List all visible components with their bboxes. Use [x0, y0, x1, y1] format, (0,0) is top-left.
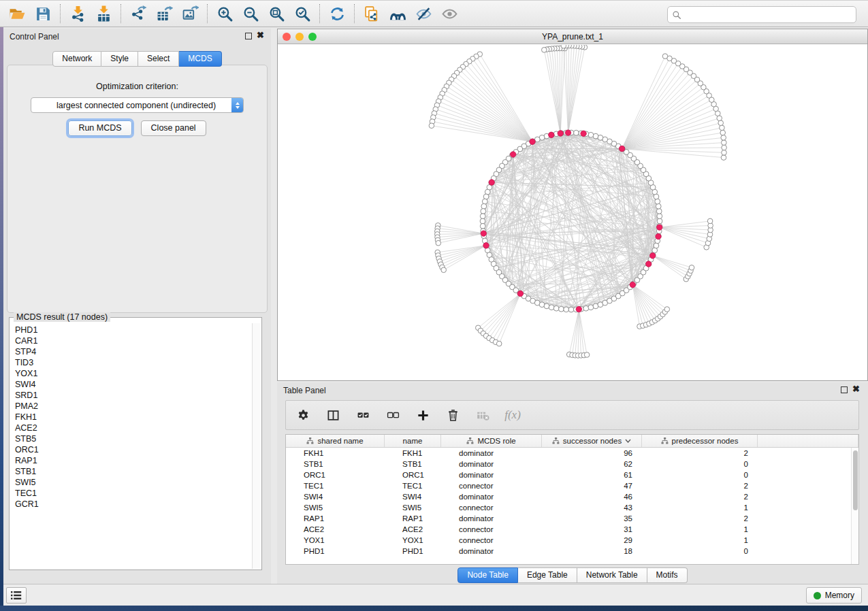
network-window-titlebar[interactable]: YPA_prune.txt_1: [278, 29, 867, 44]
delete-column-button[interactable]: [445, 408, 460, 423]
network-canvas[interactable]: [278, 45, 867, 380]
table-cell-MCDS-role[interactable]: dominator: [441, 459, 542, 469]
table-cell-name[interactable]: PHD1: [385, 546, 441, 557]
table-cell-shared-name[interactable]: RAP1: [286, 513, 385, 524]
refresh-button[interactable]: [324, 3, 350, 24]
node-table-scrollbar[interactable]: [851, 448, 858, 564]
table-cell-name[interactable]: TEC1: [385, 480, 441, 491]
table-cell-shared-name[interactable]: SWI5: [286, 502, 385, 513]
table-cell-shared-name[interactable]: TEC1: [286, 480, 385, 491]
zoom-selected-button[interactable]: [289, 3, 315, 24]
table-cell-shared-name[interactable]: ORC1: [286, 469, 385, 480]
deselect-all-checkboxes-button[interactable]: [385, 408, 400, 423]
mcds-result-list[interactable]: PHD1CAR1STP4TID3YOX1SWI4SRD1PMA2FKH1ACE2…: [10, 323, 252, 569]
table-cell-MCDS-role[interactable]: connector: [441, 480, 542, 491]
table-cell-shared-name[interactable]: STB1: [286, 459, 385, 469]
node-table-header[interactable]: shared namenameMCDS rolesuccessor nodesp…: [286, 435, 858, 448]
table-cell-MCDS-role[interactable]: dominator: [441, 546, 542, 557]
gear-button[interactable]: [295, 408, 310, 423]
network-graph[interactable]: [278, 45, 867, 381]
mcds-result-item[interactable]: SRD1: [15, 390, 252, 401]
column-header-predecessor-nodes[interactable]: predecessor nodes: [642, 435, 758, 447]
zoom-out-button[interactable]: [238, 3, 263, 24]
table-cell-name[interactable]: RAP1: [385, 513, 441, 524]
table-cell-predecessor-nodes[interactable]: 1: [642, 535, 758, 546]
table-cell-MCDS-role[interactable]: connector: [441, 535, 542, 546]
add-column-button[interactable]: [415, 408, 430, 423]
table-cell-predecessor-nodes[interactable]: 2: [642, 448, 758, 459]
mcds-result-scrollbar[interactable]: [252, 323, 261, 569]
table-cell-successor-nodes[interactable]: 62: [542, 459, 642, 469]
float-panel-icon[interactable]: [245, 33, 252, 39]
search-input[interactable]: [684, 10, 852, 20]
column-header-MCDS-role[interactable]: MCDS role: [441, 435, 542, 447]
table-cell-shared-name[interactable]: ACE2: [286, 524, 385, 535]
close-panel-icon[interactable]: ✖: [852, 384, 860, 394]
mcds-result-item[interactable]: TID3: [15, 357, 252, 368]
table-cell-predecessor-nodes[interactable]: 0: [642, 469, 758, 480]
mcds-result-item[interactable]: FKH1: [15, 412, 252, 423]
tab-style[interactable]: Style: [101, 51, 138, 67]
memory-button[interactable]: Memory: [806, 587, 862, 604]
import-network-button[interactable]: [65, 3, 91, 24]
table-cell-name[interactable]: SWI4: [385, 491, 441, 502]
tab-edge-table[interactable]: Edge Table: [518, 567, 577, 583]
table-cell-successor-nodes[interactable]: 46: [542, 491, 642, 502]
table-cell-MCDS-role[interactable]: dominator: [441, 513, 542, 524]
table-cell-shared-name[interactable]: SWI4: [286, 491, 385, 502]
table-row[interactable]: ACE2ACE2connector311: [286, 524, 851, 535]
tab-network-table[interactable]: Network Table: [577, 567, 647, 583]
mcds-result-item[interactable]: CAR1: [15, 335, 252, 346]
table-cell-MCDS-role[interactable]: connector: [441, 502, 542, 513]
import-table-button[interactable]: [91, 3, 116, 24]
zoom-fit-button[interactable]: [263, 3, 289, 24]
open-file-button[interactable]: [4, 3, 30, 24]
table-cell-predecessor-nodes[interactable]: 0: [642, 459, 758, 469]
tab-mcds[interactable]: MCDS: [179, 51, 221, 67]
table-row[interactable]: STB1STB1dominator620: [286, 459, 851, 469]
scrollbar-thumb[interactable]: [853, 450, 858, 510]
table-cell-successor-nodes[interactable]: 61: [542, 469, 642, 480]
mcds-result-item[interactable]: STP4: [15, 346, 252, 357]
table-row[interactable]: TEC1TEC1connector472: [286, 480, 851, 491]
table-cell-name[interactable]: SWI5: [385, 502, 441, 513]
table-cell-name[interactable]: ACE2: [385, 524, 441, 535]
table-cell-predecessor-nodes[interactable]: 0: [642, 546, 758, 557]
table-cell-predecessor-nodes[interactable]: 1: [642, 502, 758, 513]
mcds-result-item[interactable]: STB5: [15, 433, 252, 444]
select-all-checkboxes-button[interactable]: [355, 408, 370, 423]
table-cell-successor-nodes[interactable]: 96: [542, 448, 642, 459]
table-cell-successor-nodes[interactable]: 31: [542, 524, 642, 535]
table-row[interactable]: PHD1PHD1dominator180: [286, 546, 851, 557]
table-row[interactable]: ORC1ORC1dominator610: [286, 469, 851, 480]
tab-motifs[interactable]: Motifs: [647, 567, 688, 583]
table-cell-name[interactable]: ORC1: [385, 469, 441, 480]
close-panel-button[interactable]: Close panel: [141, 120, 206, 136]
table-cell-MCDS-role[interactable]: dominator: [441, 491, 542, 502]
table-cell-predecessor-nodes[interactable]: 2: [642, 513, 758, 524]
table-cell-successor-nodes[interactable]: 43: [542, 502, 642, 513]
mcds-result-item[interactable]: ACE2: [15, 423, 252, 433]
export-image-button[interactable]: [177, 3, 203, 24]
task-history-button[interactable]: [6, 587, 27, 604]
table-cell-successor-nodes[interactable]: 29: [542, 535, 642, 546]
mcds-result-item[interactable]: RAP1: [15, 455, 252, 466]
table-cell-shared-name[interactable]: PHD1: [286, 546, 385, 557]
optimization-criterion-select[interactable]: largest connected component (undirected): [31, 97, 244, 113]
mcds-result-item[interactable]: TEC1: [15, 488, 252, 499]
export-network-button[interactable]: [125, 3, 151, 24]
mcds-result-item[interactable]: SWI5: [15, 477, 252, 488]
column-header-name[interactable]: name: [385, 435, 441, 447]
table-cell-MCDS-role[interactable]: connector: [441, 524, 542, 535]
table-cell-predecessor-nodes[interactable]: 1: [642, 524, 758, 535]
close-panel-icon[interactable]: ✖: [257, 30, 264, 40]
show-columns-button[interactable]: [325, 408, 340, 423]
mcds-result-item[interactable]: STB1: [15, 466, 252, 477]
float-panel-icon[interactable]: [841, 386, 848, 393]
table-row[interactable]: YOX1YOX1connector291: [286, 535, 851, 546]
table-row[interactable]: RAP1RAP1dominator352: [286, 513, 851, 524]
zoom-in-button[interactable]: [212, 3, 238, 24]
mcds-result-item[interactable]: PMA2: [15, 401, 252, 412]
table-cell-predecessor-nodes[interactable]: 2: [642, 480, 758, 491]
table-cell-MCDS-role[interactable]: dominator: [441, 448, 542, 459]
